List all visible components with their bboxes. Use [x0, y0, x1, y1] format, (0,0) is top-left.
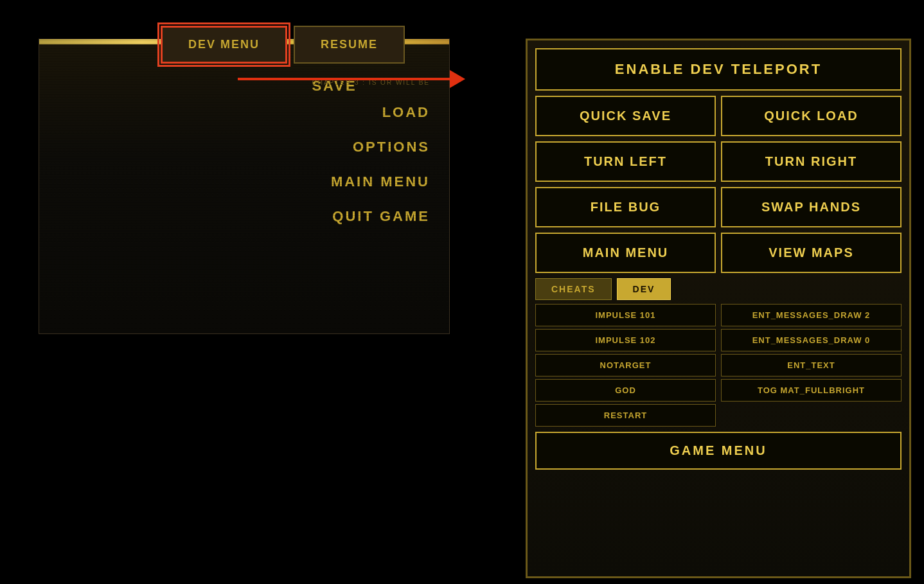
turn-right-button[interactable]: TURN RIGHT — [721, 141, 902, 182]
cheat-impulse-102[interactable]: IMPULSE 102 — [535, 329, 716, 351]
cheat-impulse-101[interactable]: IMPULSE 101 — [535, 304, 716, 326]
menu-item-load[interactable]: LOAD — [382, 104, 430, 121]
turn-left-button[interactable]: TURN LEFT — [535, 141, 716, 182]
enable-dev-teleport-button[interactable]: ENABLE DEV TELEPORT — [535, 48, 902, 91]
dev-menu-button[interactable]: DEV MENU — [161, 26, 287, 64]
tab-cheats-button[interactable]: CHEATS — [535, 278, 612, 300]
swap-hands-button[interactable]: SWAP HANDS — [721, 187, 902, 227]
cheat-ent-messages-draw-0[interactable]: ENT_MESSAGES_DRAW 0 — [721, 329, 902, 351]
view-maps-button[interactable]: VIEW MAPS — [721, 233, 902, 273]
cheat-tog-mat-fullbright[interactable]: TOG MAT_FULLBRIGHT — [721, 379, 902, 402]
quick-save-button[interactable]: QUICK SAVE — [535, 96, 716, 136]
cheat-god[interactable]: GOD — [535, 379, 716, 402]
arrow-head — [450, 70, 465, 88]
dev-menu-panel: ENABLE DEV TELEPORT QUICK SAVE QUICK LOA… — [526, 39, 911, 578]
main-menu-button[interactable]: MAIN MENU — [535, 233, 716, 273]
menu-item-quit-game[interactable]: QUIT GAME — [332, 208, 430, 225]
cheat-notarget[interactable]: NOTARGET — [535, 354, 716, 376]
resume-button[interactable]: RESUME — [294, 26, 405, 64]
game-menu-button[interactable]: GAME MENU — [535, 432, 902, 470]
menu-item-options[interactable]: OPTIONS — [353, 139, 430, 155]
menu-item-main-menu[interactable]: MAIN MENU — [331, 173, 430, 190]
arrow-line — [238, 78, 450, 80]
cheats-right-column: ENT_MESSAGES_DRAW 2 ENT_MESSAGES_DRAW 0 … — [721, 304, 902, 427]
tab-dev-button[interactable]: DEV — [617, 278, 671, 300]
file-bug-button[interactable]: FILE BUG — [535, 187, 716, 227]
cheat-ent-text[interactable]: ENT_TEXT — [721, 354, 902, 376]
cheat-ent-messages-draw-2[interactable]: ENT_MESSAGES_DRAW 2 — [721, 304, 902, 326]
cheats-left-column: IMPULSE 101 IMPULSE 102 NOTARGET GOD RES… — [535, 304, 716, 427]
cheat-restart[interactable]: RESTART — [535, 404, 716, 427]
quick-load-button[interactable]: QUICK LOAD — [721, 96, 902, 136]
